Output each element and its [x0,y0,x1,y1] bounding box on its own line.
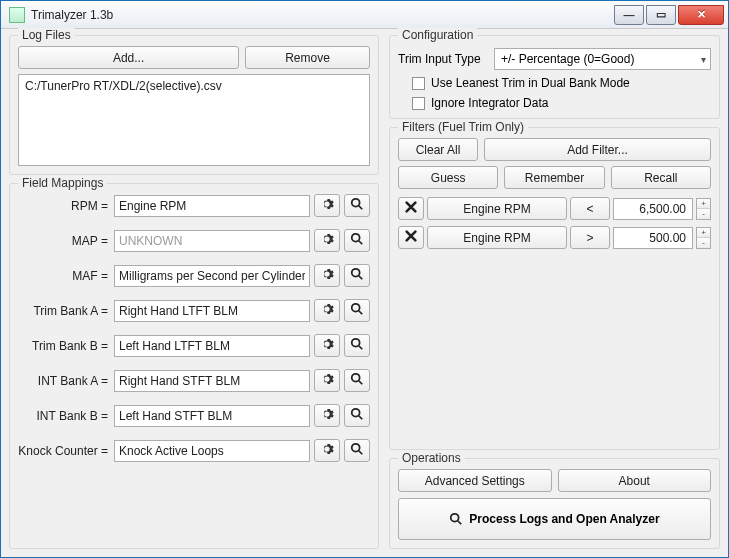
svg-line-11 [359,381,363,385]
mapping-settings-button[interactable] [314,299,340,322]
remember-button[interactable]: Remember [504,166,604,189]
gear-icon [320,267,334,284]
filter-op-button[interactable]: < [570,197,610,220]
trim-input-label: Trim Input Type [398,52,488,66]
gear-icon [320,337,334,354]
filters-title: Filters (Fuel Trim Only) [398,120,528,134]
mapping-settings-button[interactable] [314,264,340,287]
mapping-input[interactable] [114,265,310,287]
svg-point-8 [352,339,360,347]
mapping-label: INT Bank A = [18,374,110,388]
filter-spinner[interactable]: +- [696,227,711,249]
filter-row: Engine RPM<+- [398,197,711,220]
mapping-input[interactable] [114,195,310,217]
clear-filters-button[interactable]: Clear All [398,138,478,161]
about-button[interactable]: About [558,469,712,492]
guess-button[interactable]: Guess [398,166,498,189]
mapping-search-button[interactable] [344,299,370,322]
process-logs-button[interactable]: Process Logs and Open Analyzer [398,498,711,540]
delete-filter-button[interactable] [398,197,424,220]
window: Trimalyzer 1.3b — ▭ ✕ Log Files Add... R… [0,0,729,558]
mapping-search-button[interactable] [344,334,370,357]
advanced-settings-button[interactable]: Advanced Settings [398,469,552,492]
add-filter-button[interactable]: Add Filter... [484,138,711,161]
search-icon [350,197,364,214]
window-controls: — ▭ ✕ [612,5,724,25]
svg-point-14 [352,444,360,452]
add-log-button[interactable]: Add... [18,46,239,69]
mapping-search-button[interactable] [344,264,370,287]
mapping-settings-button[interactable] [314,229,340,252]
mapping-label: Trim Bank A = [18,304,110,318]
config-title: Configuration [398,28,477,42]
mapping-search-button[interactable] [344,439,370,462]
gear-icon [320,372,334,389]
search-icon [350,442,364,459]
gear-icon [320,232,334,249]
leanest-checkbox-row[interactable]: Use Leanest Trim in Dual Bank Mode [412,76,711,90]
ignore-int-label: Ignore Integrator Data [431,96,548,110]
client-area: Log Files Add... Remove C:/TunerPro RT/X… [1,29,728,557]
recall-button[interactable]: Recall [611,166,711,189]
svg-point-4 [352,269,360,277]
operations-group: Operations Advanced Settings About Proce… [389,458,720,549]
mapping-settings-button[interactable] [314,334,340,357]
spinner-down-icon: - [697,238,710,248]
mapping-settings-button[interactable] [314,369,340,392]
leanest-label: Use Leanest Trim in Dual Bank Mode [431,76,630,90]
minimize-button[interactable]: — [614,5,644,25]
svg-point-2 [352,234,360,242]
mapping-input[interactable] [114,230,310,252]
search-icon [350,407,364,424]
mapping-input[interactable] [114,300,310,322]
mapping-input[interactable] [114,370,310,392]
svg-line-9 [359,346,363,350]
gear-icon [320,302,334,319]
delete-filter-button[interactable] [398,226,424,249]
svg-point-16 [451,514,459,522]
filter-spinner[interactable]: +- [696,198,711,220]
logfiles-list[interactable]: C:/TunerPro RT/XDL/2(selective).csv [18,74,370,166]
search-icon [350,267,364,284]
mapping-search-button[interactable] [344,404,370,427]
logfile-item[interactable]: C:/TunerPro RT/XDL/2(selective).csv [25,79,363,93]
close-icon [404,229,418,246]
svg-point-10 [352,374,360,382]
filter-op-button[interactable]: > [570,226,610,249]
search-icon [350,302,364,319]
mapping-row: MAP = [18,229,370,252]
trim-input-combo[interactable]: +/- Percentage (0=Good) ▾ [494,48,711,70]
filter-field-button[interactable]: Engine RPM [427,226,567,249]
mapping-row: Knock Counter = [18,439,370,462]
mapping-row: INT Bank B = [18,404,370,427]
mapping-row: INT Bank A = [18,369,370,392]
mapping-settings-button[interactable] [314,439,340,462]
svg-point-6 [352,304,360,312]
filter-field-button[interactable]: Engine RPM [427,197,567,220]
mapping-search-button[interactable] [344,229,370,252]
checkbox-icon [412,97,425,110]
filter-value-input[interactable] [613,227,693,249]
checkbox-icon [412,77,425,90]
filter-value-input[interactable] [613,198,693,220]
operations-title: Operations [398,451,465,465]
mapping-input[interactable] [114,405,310,427]
mapping-search-button[interactable] [344,369,370,392]
logfiles-group: Log Files Add... Remove C:/TunerPro RT/X… [9,35,379,175]
remove-log-button[interactable]: Remove [245,46,370,69]
close-button[interactable]: ✕ [678,5,724,25]
process-logs-label: Process Logs and Open Analyzer [469,512,659,526]
search-icon [350,372,364,389]
svg-line-15 [359,451,363,455]
mapping-settings-button[interactable] [314,194,340,217]
mappings-group: Field Mappings RPM =MAP =MAF =Trim Bank … [9,183,379,549]
mapping-settings-button[interactable] [314,404,340,427]
window-title: Trimalyzer 1.3b [31,8,612,22]
mapping-label: MAP = [18,234,110,248]
mapping-input[interactable] [114,335,310,357]
mapping-label: INT Bank B = [18,409,110,423]
maximize-button[interactable]: ▭ [646,5,676,25]
mapping-search-button[interactable] [344,194,370,217]
ignore-int-checkbox-row[interactable]: Ignore Integrator Data [412,96,711,110]
mapping-input[interactable] [114,440,310,462]
